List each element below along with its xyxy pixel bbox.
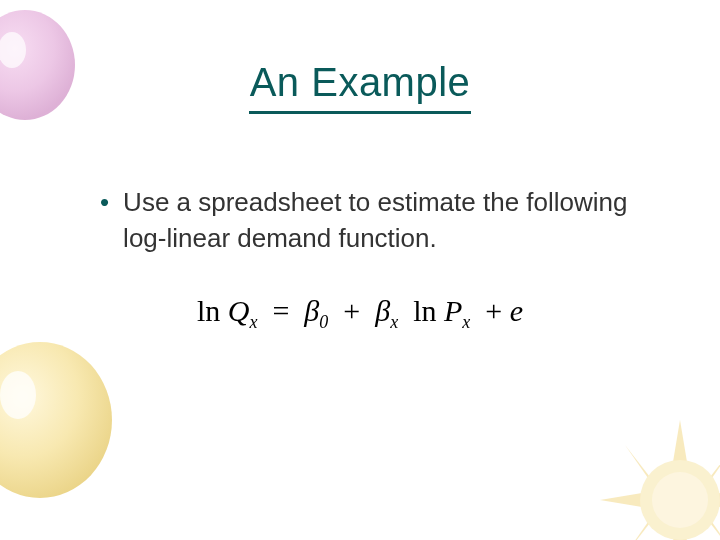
eq-betax-sub: x [390, 312, 398, 332]
list-item: • Use a spreadsheet to estimate the foll… [100, 184, 640, 256]
bullet-dot-icon: • [100, 184, 109, 220]
eq-Q: Q [228, 294, 250, 327]
eq-Q-sub: x [249, 312, 257, 332]
equation: ln Qx = β0 + βx ln Px + e [60, 294, 660, 333]
svg-point-2 [0, 342, 112, 498]
balloon-bottom-left-icon [0, 340, 120, 500]
eq-P: P [444, 294, 462, 327]
bullet-text: Use a spreadsheet to estimate the follow… [123, 184, 640, 256]
bullet-list: • Use a spreadsheet to estimate the foll… [60, 184, 660, 256]
eq-plus1: + [343, 294, 360, 327]
eq-equals: = [272, 294, 289, 327]
eq-ln-rhs: ln [413, 294, 436, 327]
slide-title: An Example [60, 60, 660, 105]
eq-ln-lhs: ln [197, 294, 220, 327]
title-underline [249, 111, 471, 114]
eq-beta0-sub: 0 [319, 312, 328, 332]
eq-beta0: β [304, 294, 319, 327]
svg-point-3 [0, 371, 36, 419]
eq-error: e [510, 294, 523, 327]
eq-plus2: + [485, 294, 502, 327]
sunburst-bottom-right-icon [600, 420, 720, 540]
svg-point-13 [652, 472, 708, 528]
eq-P-sub: x [462, 312, 470, 332]
eq-betax: β [375, 294, 390, 327]
